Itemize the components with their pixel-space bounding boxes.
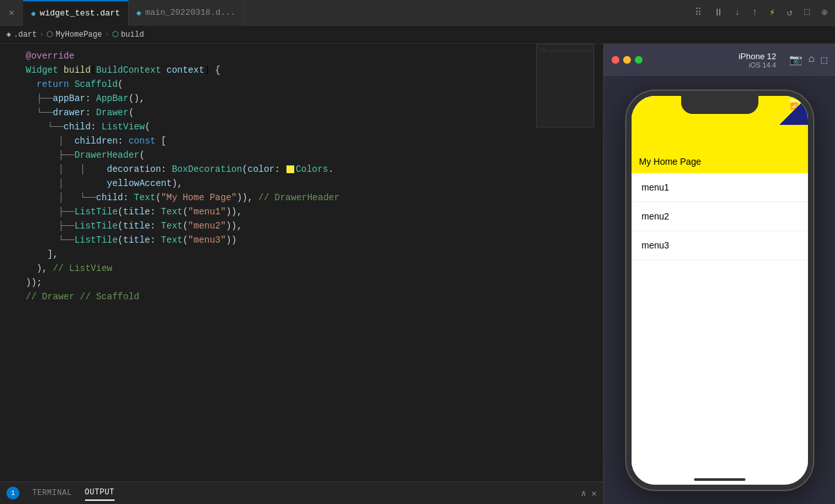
breadcrumb-sep-1: › [39,30,44,39]
code-line-16: ), // ListView [0,261,603,275]
device-info: iPhone 12 iOS 14.4 [738,51,776,69]
code-line-10: │ yellowAccent), [0,176,603,191]
menu-item-3[interactable]: menu3 [632,231,808,260]
home-icon[interactable]: ⌂ [809,53,815,66]
dart-icon: ◈ [31,8,36,19]
minimap: |||||| |||||||||||||||||||||||||||||||||… [536,44,594,127]
code-line-17: )); [0,275,603,290]
code-line-5: └──drawer: Drawer( [0,106,603,120]
camera-icon[interactable]: 📷 [789,53,802,66]
phone-notch [681,96,758,114]
line-indicator: 1 [6,487,19,499]
drag-icon: ⠿ [692,5,704,20]
method-icon: ⬡ [112,30,118,39]
dart-icon-2: ◈ [136,8,142,18]
flash-btn[interactable]: ⚡ [767,5,778,20]
device-top-bar: iPhone 12 iOS 14.4 📷 ⌂ ⬚ [604,44,835,76]
bottom-panel: 1 TERMINAL OUTPUT ∧ ✕ [0,481,603,504]
code-line-15: ], [0,247,603,261]
file-icon: ◈ [6,30,11,39]
terminal-tab[interactable]: TERMINAL [32,486,72,500]
code-line-9: │ │ decoration: BoxDecoration(color: Col… [0,162,603,176]
phone-frame: 📶 DEBUG My Home Page menu1 [626,91,813,490]
breadcrumb: ◈ .dart › ⬡ MyHomePage › ⬡ build [0,26,835,44]
rotate-icon[interactable]: ⬚ [821,53,827,66]
code-line-14: └──ListTile(title: Text("menu3")) [0,233,603,247]
menu-item-2[interactable]: menu2 [632,202,808,231]
code-editor[interactable]: |||||| |||||||||||||||||||||||||||||||||… [0,44,603,504]
close-panel-icon[interactable]: ✕ [592,488,597,499]
traffic-lights [612,56,643,64]
breadcrumb-sep-2: › [104,30,109,39]
device-action-icons: 📷 ⌂ ⬚ [789,53,827,66]
code-line-12: ├──ListTile(title: Text("menu1")), [0,205,603,219]
app-title: My Home Page [639,156,701,167]
code-line-4: ├──appBar: AppBar(), [0,91,603,106]
chevron-up-icon[interactable]: ∧ [581,488,586,499]
tab-widget-test[interactable]: ◈ widget_test.dart [23,0,129,26]
code-line-2: Widget build(BuildContext context) { [0,63,603,77]
reload-btn[interactable]: ↺ [784,5,795,20]
code-line-13: ├──ListTile(title: Text("menu2")), [0,219,603,233]
menu-item-1[interactable]: menu1 [632,173,808,202]
close-button[interactable]: ✕ [0,0,23,26]
pause-btn[interactable]: ⏸ [711,6,726,20]
device-simulator-panel: iPhone 12 iOS 14.4 📷 ⌂ ⬚ 📶 D [603,44,835,504]
tab-bar: ✕ ◈ widget_test.dart ◈ main_20220318.d..… [0,0,835,26]
breadcrumb-method[interactable]: ⬡ build [112,30,144,39]
tab-main[interactable]: ◈ main_20220318.d... [129,0,244,26]
square-btn[interactable]: □ [802,6,812,19]
phone-container: 📶 DEBUG My Home Page menu1 [604,76,835,504]
drawer-content: menu1 menu2 menu3 [632,173,808,260]
up-arrow-btn[interactable]: ↑ [749,6,760,19]
code-line-7: │ children: const [ [0,134,603,148]
device-os: iOS 14.4 [738,61,776,69]
code-line-6: └──child: ListView( [0,120,603,134]
code-content: |||||| |||||||||||||||||||||||||||||||||… [0,44,603,481]
tab-label-1: widget_test.dart [40,8,120,18]
device-name: iPhone 12 [738,51,776,61]
traffic-light-red[interactable] [612,56,619,64]
output-tab[interactable]: OUTPUT [85,485,115,501]
bottom-right-controls: ∧ ✕ [581,488,597,499]
tab-label-2: main_20220318.d... [145,8,235,17]
home-indicator [694,478,746,481]
code-line-1: @override [0,49,603,63]
phone-screen: My Home Page menu1 menu2 menu3 [632,96,808,485]
code-line-3: return Scaffold( [0,77,603,91]
code-line-8: ├──DrawerHeader( [0,148,603,162]
traffic-light-yellow[interactable] [623,56,631,64]
code-line-18: // Drawer // Scaffold [0,290,603,304]
down-arrow-btn[interactable]: ↓ [732,6,743,19]
breadcrumb-class[interactable]: ⬡ MyHomePage [46,30,102,39]
toolbar: ⠿ ⏸ ↓ ↑ ⚡ ↺ □ ⊕ [244,5,835,20]
code-line-11: │ └──child: Text("My Home Page")), // Dr… [0,191,603,205]
main-area: |||||| |||||||||||||||||||||||||||||||||… [0,44,835,504]
class-icon: ⬡ [46,30,53,39]
traffic-light-green[interactable] [635,56,643,64]
breadcrumb-file[interactable]: ◈ .dart [6,30,37,39]
search-btn[interactable]: ⊕ [819,5,830,20]
